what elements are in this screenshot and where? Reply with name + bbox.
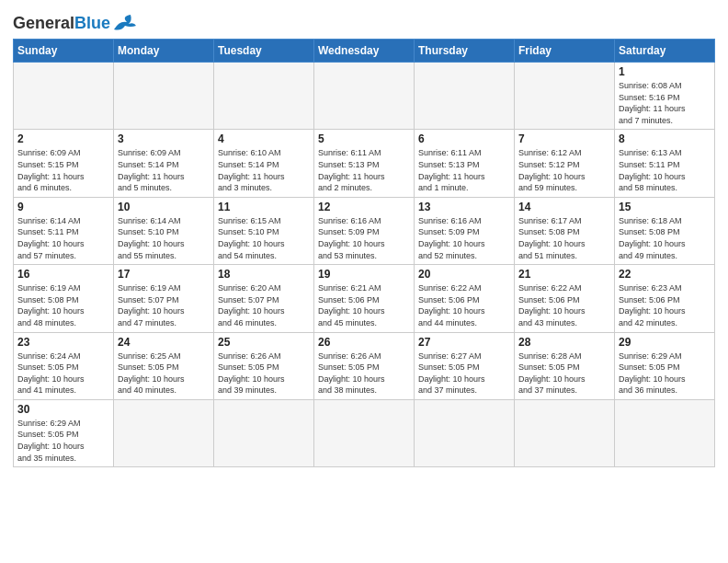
day-cell: 2Sunrise: 6:09 AM Sunset: 5:15 PM Daylig… [14,130,114,197]
day-number: 6 [418,132,510,145]
day-cell [515,399,615,466]
day-cell: 25Sunrise: 6:26 AM Sunset: 5:05 PM Dayli… [214,332,314,399]
day-cell: 28Sunrise: 6:28 AM Sunset: 5:05 PM Dayli… [515,332,615,399]
page: General Blue SundayMondayTuesdayWednesda… [0,0,728,477]
day-cell: 15Sunrise: 6:18 AM Sunset: 5:08 PM Dayli… [615,197,715,264]
day-number: 20 [418,268,510,281]
week-row-3: 16Sunrise: 6:19 AM Sunset: 5:08 PM Dayli… [14,265,715,332]
day-cell [114,63,214,130]
day-cell: 10Sunrise: 6:14 AM Sunset: 5:10 PM Dayli… [114,197,214,264]
day-info: Sunrise: 6:09 AM Sunset: 5:14 PM Dayligh… [118,147,210,193]
day-number: 26 [318,336,410,349]
day-number: 17 [118,268,210,281]
day-cell: 24Sunrise: 6:25 AM Sunset: 5:05 PM Dayli… [114,332,214,399]
day-cell: 14Sunrise: 6:17 AM Sunset: 5:08 PM Dayli… [515,197,615,264]
day-info: Sunrise: 6:26 AM Sunset: 5:05 PM Dayligh… [218,350,310,396]
weekday-monday: Monday [114,40,214,63]
day-number: 18 [218,268,310,281]
day-cell: 30Sunrise: 6:29 AM Sunset: 5:05 PM Dayli… [14,399,114,466]
day-info: Sunrise: 6:28 AM Sunset: 5:05 PM Dayligh… [518,350,610,396]
day-info: Sunrise: 6:29 AM Sunset: 5:05 PM Dayligh… [619,350,711,396]
day-cell: 23Sunrise: 6:24 AM Sunset: 5:05 PM Dayli… [14,332,114,399]
day-info: Sunrise: 6:16 AM Sunset: 5:09 PM Dayligh… [318,215,410,261]
day-cell: 18Sunrise: 6:20 AM Sunset: 5:07 PM Dayli… [214,265,314,332]
weekday-wednesday: Wednesday [314,40,415,63]
day-info: Sunrise: 6:22 AM Sunset: 5:06 PM Dayligh… [418,282,510,328]
day-cell: 27Sunrise: 6:27 AM Sunset: 5:05 PM Dayli… [415,332,515,399]
day-info: Sunrise: 6:08 AM Sunset: 5:16 PM Dayligh… [619,80,711,126]
day-number: 16 [17,268,109,281]
day-number: 15 [619,201,711,213]
weekday-saturday: Saturday [615,40,715,63]
day-cell: 8Sunrise: 6:13 AM Sunset: 5:11 PM Daylig… [615,130,715,197]
day-cell: 3Sunrise: 6:09 AM Sunset: 5:14 PM Daylig… [114,130,214,197]
calendar-table: SundayMondayTuesdayWednesdayThursdayFrid… [13,39,715,467]
day-cell: 5Sunrise: 6:11 AM Sunset: 5:13 PM Daylig… [314,130,415,197]
header: General Blue [13,9,715,33]
day-number: 27 [418,336,510,349]
week-row-2: 9Sunrise: 6:14 AM Sunset: 5:11 PM Daylig… [14,197,715,264]
day-number: 23 [17,336,109,349]
logo-bird-icon [112,13,138,33]
day-cell: 26Sunrise: 6:26 AM Sunset: 5:05 PM Dayli… [314,332,415,399]
week-row-4: 23Sunrise: 6:24 AM Sunset: 5:05 PM Dayli… [14,332,715,399]
day-info: Sunrise: 6:25 AM Sunset: 5:05 PM Dayligh… [118,350,210,396]
day-info: Sunrise: 6:18 AM Sunset: 5:08 PM Dayligh… [619,215,711,261]
day-info: Sunrise: 6:27 AM Sunset: 5:05 PM Dayligh… [418,350,510,396]
day-cell: 12Sunrise: 6:16 AM Sunset: 5:09 PM Dayli… [314,197,415,264]
day-cell: 6Sunrise: 6:11 AM Sunset: 5:13 PM Daylig… [415,130,515,197]
day-info: Sunrise: 6:11 AM Sunset: 5:13 PM Dayligh… [418,147,510,193]
calendar-body: 1Sunrise: 6:08 AM Sunset: 5:16 PM Daylig… [14,63,715,467]
day-cell: 19Sunrise: 6:21 AM Sunset: 5:06 PM Dayli… [314,265,415,332]
logo-blue-text: Blue [74,14,110,33]
day-cell [515,63,615,130]
day-number: 25 [218,336,310,349]
day-number: 29 [619,336,711,349]
day-number: 12 [318,201,410,213]
day-cell [415,63,515,130]
weekday-thursday: Thursday [415,40,515,63]
day-info: Sunrise: 6:23 AM Sunset: 5:06 PM Dayligh… [619,282,711,328]
day-cell: 22Sunrise: 6:23 AM Sunset: 5:06 PM Dayli… [615,265,715,332]
day-cell: 7Sunrise: 6:12 AM Sunset: 5:12 PM Daylig… [515,130,615,197]
logo-general-text: General [13,14,74,33]
day-cell: 4Sunrise: 6:10 AM Sunset: 5:14 PM Daylig… [214,130,314,197]
week-row-5: 30Sunrise: 6:29 AM Sunset: 5:05 PM Dayli… [14,399,715,466]
day-cell: 16Sunrise: 6:19 AM Sunset: 5:08 PM Dayli… [14,265,114,332]
day-number: 28 [518,336,610,349]
day-info: Sunrise: 6:29 AM Sunset: 5:05 PM Dayligh… [17,418,109,464]
day-info: Sunrise: 6:13 AM Sunset: 5:11 PM Dayligh… [619,147,711,193]
day-info: Sunrise: 6:09 AM Sunset: 5:15 PM Dayligh… [17,147,109,193]
day-number: 24 [118,336,210,349]
day-info: Sunrise: 6:19 AM Sunset: 5:08 PM Dayligh… [17,282,109,328]
day-number: 1 [619,65,711,78]
day-info: Sunrise: 6:16 AM Sunset: 5:09 PM Dayligh… [418,215,510,261]
day-info: Sunrise: 6:14 AM Sunset: 5:10 PM Dayligh… [118,215,210,261]
day-number: 3 [118,132,210,145]
day-number: 2 [17,132,109,145]
day-number: 11 [218,201,310,213]
day-info: Sunrise: 6:17 AM Sunset: 5:08 PM Dayligh… [518,215,610,261]
day-cell [415,399,515,466]
day-cell: 11Sunrise: 6:15 AM Sunset: 5:10 PM Dayli… [214,197,314,264]
day-info: Sunrise: 6:22 AM Sunset: 5:06 PM Dayligh… [518,282,610,328]
day-number: 13 [418,201,510,213]
day-number: 19 [318,268,410,281]
day-cell [214,399,314,466]
day-info: Sunrise: 6:10 AM Sunset: 5:14 PM Dayligh… [218,147,310,193]
day-cell: 17Sunrise: 6:19 AM Sunset: 5:07 PM Dayli… [114,265,214,332]
day-number: 14 [518,201,610,213]
day-number: 4 [218,132,310,145]
day-info: Sunrise: 6:14 AM Sunset: 5:11 PM Dayligh… [17,215,109,261]
day-cell: 29Sunrise: 6:29 AM Sunset: 5:05 PM Dayli… [615,332,715,399]
day-cell [314,399,415,466]
day-cell [214,63,314,130]
day-number: 22 [619,268,711,281]
day-number: 5 [318,132,410,145]
day-cell [114,399,214,466]
day-cell: 20Sunrise: 6:22 AM Sunset: 5:06 PM Dayli… [415,265,515,332]
day-number: 7 [518,132,610,145]
weekday-friday: Friday [515,40,615,63]
day-info: Sunrise: 6:19 AM Sunset: 5:07 PM Dayligh… [118,282,210,328]
day-cell: 13Sunrise: 6:16 AM Sunset: 5:09 PM Dayli… [415,197,515,264]
